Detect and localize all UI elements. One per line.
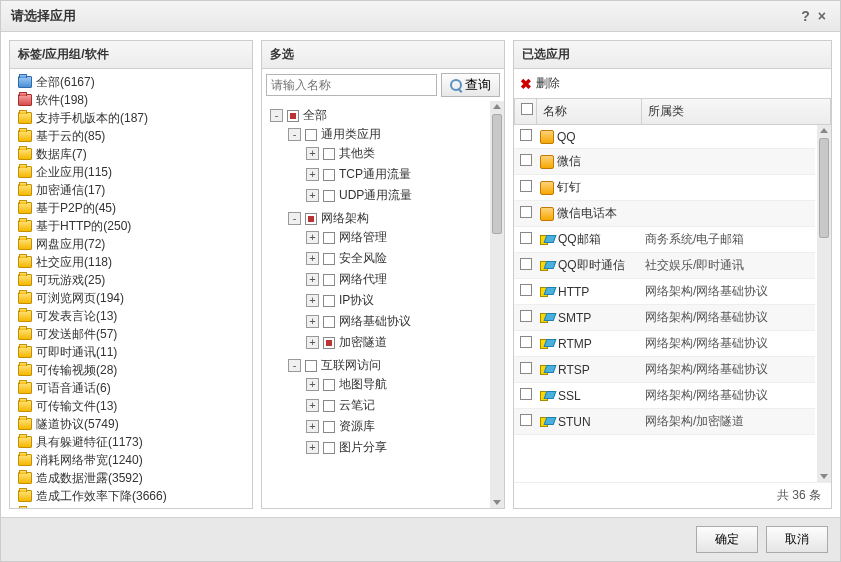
tag-item[interactable]: 造成数据泄露(3592) [14,469,248,487]
tag-item[interactable]: 可语音通话(6) [14,379,248,397]
tree-node[interactable]: +其他类 [306,145,486,162]
tree-checkbox[interactable] [323,379,335,391]
table-row[interactable]: STUN网络架构/加密隧道 [514,409,815,435]
tree-checkbox[interactable] [323,253,335,265]
tag-item[interactable]: 基于云的(85) [14,127,248,145]
tree-node[interactable]: +图片分享 [306,439,486,456]
search-input[interactable] [266,74,437,96]
tree-node[interactable]: +网络基础协议 [306,313,486,330]
tree-checkbox[interactable] [323,148,335,160]
tree-checkbox[interactable] [305,129,317,141]
row-checkbox[interactable] [520,154,532,166]
tag-item[interactable]: 加密通信(17) [14,181,248,199]
tree-node[interactable]: -通用类应用 [288,126,486,143]
tag-item[interactable]: 可发表言论(13) [14,307,248,325]
expand-icon[interactable]: + [306,399,319,412]
row-checkbox[interactable] [520,284,532,296]
tag-item[interactable]: 可玩游戏(25) [14,271,248,289]
expand-icon[interactable]: + [306,441,319,454]
tag-item[interactable]: 可浏览网页(194) [14,289,248,307]
tag-item[interactable]: 支持手机版本的(187) [14,109,248,127]
tag-item[interactable]: 数据库(7) [14,145,248,163]
tree-checkbox[interactable] [323,169,335,181]
tag-item[interactable]: 基于HTTP的(250) [14,217,248,235]
row-checkbox[interactable] [520,232,532,244]
table-row[interactable]: QQ [514,125,815,149]
delete-button[interactable]: ✖ 删除 [514,69,831,98]
row-checkbox[interactable] [520,129,532,141]
expand-icon[interactable]: + [306,231,319,244]
row-checkbox[interactable] [520,414,532,426]
tag-item[interactable]: 造成工作效率下降(3666) [14,487,248,505]
tree-checkbox[interactable] [323,190,335,202]
table-row[interactable]: QQ即时通信社交娱乐/即时通讯 [514,253,815,279]
tree-checkbox[interactable] [323,442,335,454]
tree-checkbox[interactable] [323,295,335,307]
tag-item[interactable]: 可即时通讯(11) [14,343,248,361]
table-row[interactable]: RTSP网络架构/网络基础协议 [514,357,815,383]
table-row[interactable]: 钉钉 [514,175,815,201]
table-row[interactable]: 微信电话本 [514,201,815,227]
ok-button[interactable]: 确定 [696,526,758,553]
expand-icon[interactable]: + [306,378,319,391]
tree-node[interactable]: +UDP通用流量 [306,187,486,204]
expand-icon[interactable]: + [306,147,319,160]
search-button[interactable]: 查询 [441,73,500,97]
table-row[interactable]: SSL网络架构/网络基础协议 [514,383,815,409]
tree-checkbox[interactable] [323,421,335,433]
tag-item[interactable]: 软件(198) [14,91,248,109]
row-checkbox[interactable] [520,310,532,322]
expand-icon[interactable]: + [306,420,319,433]
tag-item[interactable]: 具有躲避特征(1173) [14,433,248,451]
header-checkbox[interactable] [521,103,533,115]
table-row[interactable]: 微信 [514,149,815,175]
tree-checkbox[interactable] [287,110,299,122]
collapse-icon[interactable]: - [270,109,283,122]
tree-node[interactable]: +云笔记 [306,397,486,414]
row-checkbox[interactable] [520,180,532,192]
row-checkbox[interactable] [520,258,532,270]
tree-node[interactable]: +TCP通用流量 [306,166,486,183]
tag-item[interactable]: 可传输文件(13) [14,397,248,415]
cancel-button[interactable]: 取消 [766,526,828,553]
table-row[interactable]: QQ邮箱商务系统/电子邮箱 [514,227,815,253]
collapse-icon[interactable]: - [288,212,301,225]
collapse-icon[interactable]: - [288,128,301,141]
tree-checkbox[interactable] [323,232,335,244]
expand-icon[interactable]: + [306,189,319,202]
close-icon[interactable]: × [814,8,830,24]
row-checkbox[interactable] [520,206,532,218]
table-row[interactable]: HTTP网络架构/网络基础协议 [514,279,815,305]
expand-icon[interactable]: + [306,273,319,286]
tree-checkbox[interactable] [323,316,335,328]
tree-node[interactable]: -网络架构 [288,210,486,227]
tree-node[interactable]: +地图导航 [306,376,486,393]
row-checkbox[interactable] [520,336,532,348]
tree-checkbox[interactable] [323,400,335,412]
tree-checkbox[interactable] [305,360,317,372]
table-row[interactable]: RTMP网络架构/网络基础协议 [514,331,815,357]
expand-icon[interactable]: + [306,315,319,328]
tree-node[interactable]: +IP协议 [306,292,486,309]
tag-item[interactable]: 全部(6167) [14,73,248,91]
selected-scrollbar[interactable] [817,125,831,482]
tag-item[interactable]: 消耗网络带宽(1240) [14,451,248,469]
tree-node[interactable]: -互联网访问 [288,357,486,374]
row-checkbox[interactable] [520,362,532,374]
tree-node[interactable]: -全部 [270,107,486,124]
expand-icon[interactable]: + [306,168,319,181]
tag-item[interactable]: 基于P2P的(45) [14,199,248,217]
tag-item[interactable]: 可发送邮件(57) [14,325,248,343]
tag-item[interactable]: 企业应用(115) [14,163,248,181]
tree-node[interactable]: +资源库 [306,418,486,435]
tag-item[interactable]: 可传输视频(28) [14,361,248,379]
table-row[interactable]: SMTP网络架构/网络基础协议 [514,305,815,331]
tag-item[interactable]: 社交应用(118) [14,253,248,271]
tree-scrollbar[interactable] [490,101,504,508]
tag-item[interactable]: 隧道协议(5749) [14,415,248,433]
tree-checkbox[interactable] [305,213,317,225]
tree-node[interactable]: +加密隧道 [306,334,486,351]
expand-icon[interactable]: + [306,294,319,307]
tree-checkbox[interactable] [323,337,335,349]
collapse-icon[interactable]: - [288,359,301,372]
